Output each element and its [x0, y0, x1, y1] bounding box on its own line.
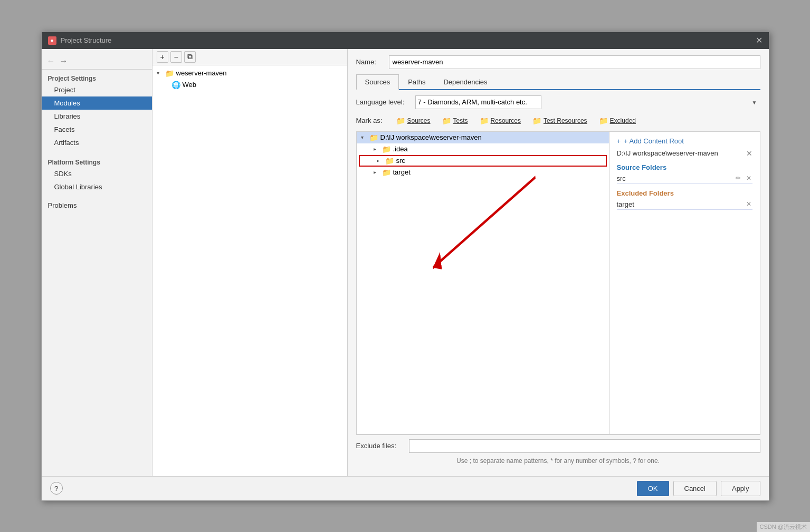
file-tree-src[interactable]: ▸ 📁 src: [359, 155, 607, 167]
language-level-wrapper: 7 - Diamonds, ARM, multi-catch etc.: [415, 95, 760, 109]
excluded-folder-icon: 📁: [599, 117, 608, 125]
name-input[interactable]: [389, 55, 760, 69]
sidebar-item-project[interactable]: Project: [42, 83, 152, 96]
chevron-down-icon: ▾: [157, 70, 163, 76]
mark-tests-label: Tests: [453, 117, 468, 124]
source-folder-actions: ✏ ✕: [735, 175, 752, 182]
idea-folder-icon: 📁: [382, 145, 391, 153]
sidebar-item-modules[interactable]: Modules: [42, 96, 152, 110]
content-split: ▾ 📁 D:\IJ workspace\weserver-maven ▸ 📁 .…: [356, 131, 760, 434]
forward-button[interactable]: →: [59, 56, 69, 66]
sidebar: ← → Project Settings Project Modules Lib…: [42, 49, 153, 476]
mark-tests-button[interactable]: 📁 Tests: [439, 115, 471, 126]
exclude-files-row: Exclude files:: [356, 439, 760, 453]
module-tree-area: + − ⧉ ▾ 📁 weserver-maven 🌐 Web: [153, 49, 348, 476]
remove-module-button[interactable]: −: [170, 51, 182, 63]
remove-excluded-folder-button[interactable]: ✕: [745, 200, 752, 208]
excluded-folder-actions: ✕: [745, 200, 752, 208]
module-tree-content: ▾ 📁 weserver-maven 🌐 Web: [153, 65, 347, 476]
root-path-label: D:\IJ workspace\weserver-maven: [380, 133, 482, 141]
web-icon: 🌐: [171, 81, 180, 89]
content-root-path: D:\IJ workspace\weserver-maven ✕: [617, 149, 752, 159]
file-tree-root[interactable]: ▾ 📁 D:\IJ workspace\weserver-maven: [357, 132, 609, 143]
back-button[interactable]: ←: [46, 56, 56, 66]
exclude-files-input[interactable]: [409, 439, 760, 453]
file-tree-target[interactable]: ▸ 📁 target: [357, 167, 609, 178]
sidebar-item-global-libraries[interactable]: Global Libraries: [42, 180, 152, 194]
mark-excluded-button[interactable]: 📁 Excluded: [596, 115, 639, 126]
sidebar-top-controls: ← →: [42, 53, 152, 70]
help-button[interactable]: ?: [50, 482, 63, 495]
mark-sources-button[interactable]: 📁 Sources: [393, 115, 434, 126]
footer-left: ?: [50, 482, 633, 495]
src-label: src: [396, 157, 405, 165]
ok-button[interactable]: OK: [637, 481, 669, 496]
apply-button[interactable]: Apply: [721, 481, 760, 496]
excluded-folder-path: target: [617, 200, 634, 208]
chevron-down-icon: ▾: [361, 134, 367, 140]
src-folder-icon: 📁: [385, 157, 394, 165]
bottom-area: Exclude files: Use ; to separate name pa…: [356, 434, 760, 470]
sidebar-item-artifacts[interactable]: Artifacts: [42, 136, 152, 149]
language-level-label: Language level:: [356, 98, 409, 106]
svg-line-1: [433, 177, 535, 267]
sources-folder-icon: 📁: [396, 117, 405, 125]
remove-source-folder-button[interactable]: ✕: [745, 175, 752, 182]
sidebar-item-facets[interactable]: Facets: [42, 123, 152, 136]
mark-excluded-label: Excluded: [610, 117, 636, 124]
sidebar-item-label: Facets: [54, 125, 75, 133]
tree-item-weserver-maven[interactable]: ▾ 📁 weserver-maven: [153, 67, 347, 79]
cancel-button[interactable]: Cancel: [673, 481, 717, 496]
mark-test-resources-label: Test Resources: [544, 117, 587, 124]
close-button[interactable]: ✕: [756, 36, 763, 45]
test-resources-folder-icon: 📁: [532, 117, 541, 125]
sidebar-item-problems[interactable]: Problems: [42, 199, 152, 212]
sidebar-item-libraries[interactable]: Libraries: [42, 110, 152, 123]
dialog-footer: ? OK Cancel Apply: [42, 476, 769, 500]
sidebar-item-sdks[interactable]: SDKs: [42, 167, 152, 180]
target-folder-icon: 📁: [382, 168, 391, 177]
remove-content-root-button[interactable]: ✕: [746, 149, 752, 158]
tests-folder-icon: 📁: [442, 117, 451, 125]
language-level-select[interactable]: 7 - Diamonds, ARM, multi-catch etc.: [415, 95, 541, 109]
source-folder-path: src: [617, 175, 626, 182]
target-label: target: [393, 168, 411, 176]
exclude-hint: Use ; to separate name patterns, * for a…: [356, 456, 760, 466]
excluded-folder-row-target: target ✕: [617, 199, 752, 210]
info-pane: + + Add Content Root D:\IJ workspace\wes…: [609, 131, 760, 434]
tab-dependencies[interactable]: Dependencies: [434, 74, 496, 90]
title-bar-left: ● Project Structure: [48, 36, 112, 45]
sidebar-item-label: Global Libraries: [54, 183, 102, 191]
file-tree-idea[interactable]: ▸ 📁 .idea: [357, 143, 609, 155]
name-label: Name:: [356, 58, 383, 66]
root-folder-icon: 📁: [369, 133, 378, 142]
copy-module-button[interactable]: ⧉: [184, 51, 196, 63]
tab-paths[interactable]: Paths: [399, 74, 434, 90]
tab-sources[interactable]: Sources: [356, 74, 399, 90]
sidebar-item-label: Artifacts: [54, 139, 79, 147]
mark-test-resources-button[interactable]: 📁 Test Resources: [529, 115, 590, 126]
excluded-folders-title: Excluded Folders: [617, 189, 752, 197]
mark-as-label: Mark as:: [356, 117, 388, 124]
source-folder-row-src: src ✏ ✕: [617, 173, 752, 184]
platform-settings-section: Platform Settings: [42, 157, 152, 167]
source-folders-title: Source Folders: [617, 163, 752, 171]
add-content-root-label: + Add Content Root: [624, 137, 684, 145]
project-settings-section: Project Settings: [42, 73, 152, 83]
add-content-root-button[interactable]: + + Add Content Root: [617, 137, 752, 145]
edit-source-folder-button[interactable]: ✏: [735, 175, 742, 182]
idea-label: .idea: [393, 145, 408, 153]
resources-folder-icon: 📁: [480, 117, 489, 125]
chevron-right-icon: ▸: [374, 169, 380, 175]
sidebar-item-label: SDKs: [54, 170, 72, 178]
sidebar-item-label: Libraries: [54, 112, 81, 120]
mark-resources-button[interactable]: 📁 Resources: [477, 115, 524, 126]
module-label: weserver-maven: [176, 69, 227, 77]
name-row: Name:: [356, 55, 760, 69]
plus-icon: +: [617, 137, 621, 145]
mark-resources-label: Resources: [491, 117, 521, 124]
mark-as-row: Mark as: 📁 Sources 📁 Tests 📁 Resources 📁…: [356, 115, 760, 126]
add-module-button[interactable]: +: [157, 51, 168, 63]
file-tree-pane: ▾ 📁 D:\IJ workspace\weserver-maven ▸ 📁 .…: [356, 131, 609, 434]
tree-item-web[interactable]: 🌐 Web: [153, 79, 347, 91]
